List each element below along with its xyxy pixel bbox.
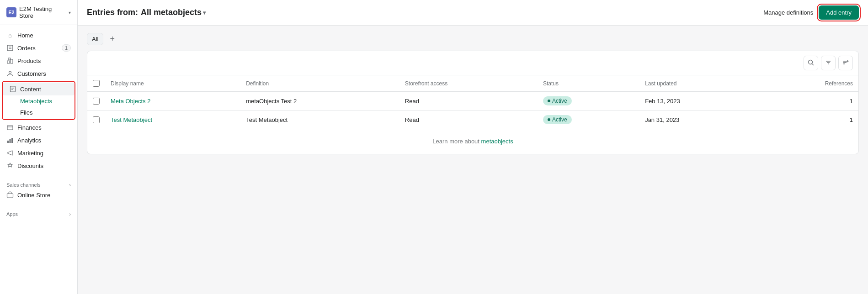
sidebar-item-products[interactable]: Products <box>0 54 77 67</box>
search-button[interactable] <box>804 56 818 70</box>
references-header: References <box>758 75 858 92</box>
svg-point-6 <box>9 71 11 74</box>
store-switcher[interactable]: E2 E2M Testing Store ▾ <box>0 0 77 25</box>
table-card: Display name Definition Storefront acces… <box>87 51 859 154</box>
store-name: E2M Testing Store <box>19 5 66 19</box>
header-actions: Manage definitions Add entry <box>763 5 859 20</box>
page-title: Entries from: All metaobjects ▾ <box>87 8 206 17</box>
sidebar-item-content[interactable]: Content <box>3 83 75 95</box>
sidebar-item-label: Home <box>17 32 33 39</box>
table-row: Meta Objects 2 metaObjects Test 2 Read A… <box>87 92 858 110</box>
chevron-right-icon: › <box>69 182 71 188</box>
sidebar-item-label: Finances <box>17 124 42 131</box>
add-tab-button[interactable]: + <box>107 33 117 45</box>
row-storefront-access: Read <box>399 92 538 110</box>
orders-badge: 1 <box>62 44 71 52</box>
sidebar-item-label: Online Store <box>17 192 50 199</box>
status-dot <box>548 100 550 102</box>
sort-button[interactable] <box>838 56 853 70</box>
sort-icon <box>842 59 849 67</box>
row-2-checkbox[interactable] <box>93 116 100 123</box>
finances-icon <box>6 124 14 131</box>
tab-all[interactable]: All <box>87 33 103 45</box>
filter-button[interactable] <box>821 56 836 70</box>
sidebar-sub-item-metaobjects[interactable]: Metaobjects <box>3 95 75 107</box>
content-section-outline: Content Metaobjects Files <box>2 81 75 120</box>
sidebar: E2 E2M Testing Store ▾ ⌂ Home Orders 1 P… <box>0 0 78 294</box>
row-storefront-access: Read <box>399 110 538 129</box>
row-last-updated: Feb 13, 2023 <box>639 92 758 110</box>
page-header: Entries from: All metaobjects ▾ Manage d… <box>78 0 868 26</box>
select-all-checkbox[interactable] <box>93 80 100 87</box>
table-toolbar <box>87 51 858 75</box>
sidebar-item-customers[interactable]: Customers <box>0 67 77 80</box>
sidebar-item-label: Content <box>20 86 41 93</box>
svg-rect-4 <box>11 59 13 63</box>
row-1-checkbox[interactable] <box>93 98 100 105</box>
sidebar-item-label: Discounts <box>17 163 43 169</box>
svg-rect-14 <box>11 138 13 143</box>
row-references: 1 <box>758 110 858 129</box>
content-icon <box>9 85 16 93</box>
row-checkbox-cell <box>87 110 105 129</box>
main-content: Entries from: All metaobjects ▾ Manage d… <box>78 0 868 294</box>
chevron-right-icon: › <box>69 211 71 217</box>
row-status: Active <box>538 110 639 129</box>
status-badge: Active <box>543 96 572 105</box>
metaobjects-learn-more-link[interactable]: metaobjects <box>481 138 513 145</box>
row-display-name[interactable]: Meta Objects 2 <box>105 92 240 110</box>
svg-rect-10 <box>7 126 13 130</box>
apps-section: Apps › <box>0 205 77 221</box>
manage-definitions-link[interactable]: Manage definitions <box>763 9 813 16</box>
sidebar-item-label: Customers <box>17 70 46 77</box>
svg-rect-16 <box>7 194 13 198</box>
metaobjects-label: All metaobjects <box>141 8 202 17</box>
svg-rect-5 <box>8 58 11 60</box>
home-icon: ⌂ <box>6 31 14 39</box>
apps-label: Apps › <box>0 209 77 218</box>
svg-rect-13 <box>10 139 11 143</box>
sidebar-item-analytics[interactable]: Analytics <box>0 134 77 147</box>
metaobjects-table: Display name Definition Storefront acces… <box>87 75 858 129</box>
sidebar-item-finances[interactable]: Finances <box>0 121 77 134</box>
sidebar-item-marketing[interactable]: Marketing <box>0 147 77 159</box>
table-row: Test Metaobject Test Metaobject Read Act… <box>87 110 858 129</box>
marketing-icon <box>6 149 14 157</box>
sales-channels-section: Sales channels › Online Store <box>0 176 77 205</box>
status-header: Status <box>538 75 639 92</box>
store-avatar: E2 <box>6 7 16 17</box>
sidebar-item-online-store[interactable]: Online Store <box>0 189 77 201</box>
online-store-icon <box>6 191 14 199</box>
sidebar-item-orders[interactable]: Orders 1 <box>0 42 77 54</box>
table-header-row: Display name Definition Storefront acces… <box>87 75 858 92</box>
svg-rect-0 <box>7 45 13 51</box>
chevron-down-icon: ▾ <box>69 10 71 15</box>
select-all-header <box>87 75 105 92</box>
last-updated-header: Last updated <box>639 75 758 92</box>
definition-header: Definition <box>240 75 399 92</box>
sidebar-sub-item-files[interactable]: Files <box>3 107 75 118</box>
row-status: Active <box>538 92 639 110</box>
status-dot <box>548 118 550 121</box>
sidebar-item-home[interactable]: ⌂ Home <box>0 29 77 42</box>
tab-bar: All + <box>87 33 859 45</box>
row-checkbox-cell <box>87 92 105 110</box>
learn-more-section: Learn more about metaobjects <box>87 129 858 154</box>
orders-icon <box>6 44 14 52</box>
status-badge: Active <box>543 115 572 124</box>
products-icon <box>6 57 14 64</box>
add-entry-button[interactable]: Add entry <box>819 5 859 20</box>
svg-line-18 <box>812 63 814 65</box>
metaobjects-dropdown[interactable]: All metaobjects ▾ <box>141 8 206 17</box>
search-icon <box>808 59 814 67</box>
row-display-name[interactable]: Test Metaobject <box>105 110 240 129</box>
filter-icon <box>825 59 831 67</box>
analytics-icon <box>6 136 14 144</box>
sidebar-item-label: Analytics <box>17 137 41 144</box>
main-nav: ⌂ Home Orders 1 Products Customers <box>0 25 77 176</box>
sales-channels-label: Sales channels › <box>0 179 77 189</box>
sidebar-item-discounts[interactable]: Discounts <box>0 159 77 172</box>
row-last-updated: Jan 31, 2023 <box>639 110 758 129</box>
chevron-down-icon: ▾ <box>203 10 206 16</box>
sidebar-sub-item-label: Metaobjects <box>20 98 52 105</box>
